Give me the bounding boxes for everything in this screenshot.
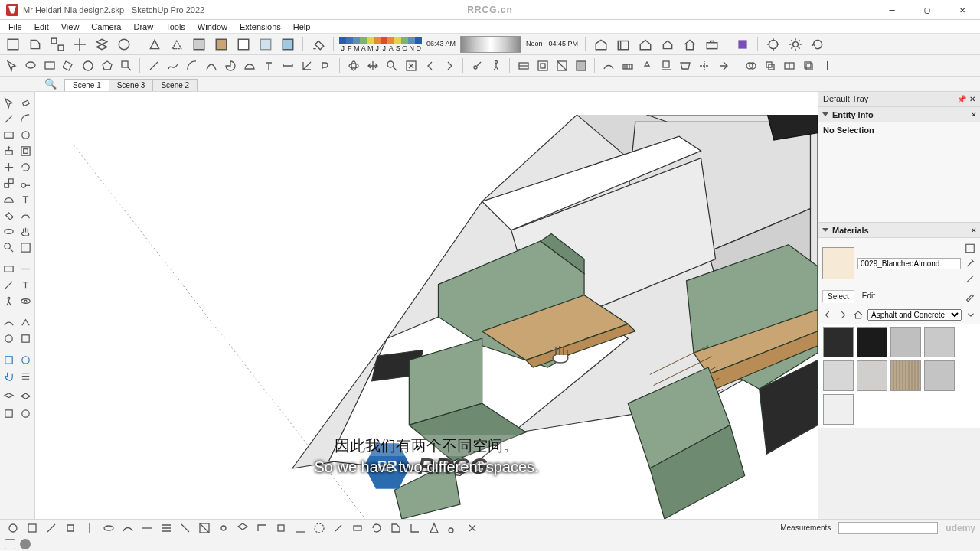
- material-thumb[interactable]: [890, 360, 921, 391]
- btm-tool-icon[interactable]: [196, 520, 212, 536]
- axes-tool-icon[interactable]: [2, 277, 17, 292]
- 3dtext-icon[interactable]: [318, 57, 334, 73]
- line-icon[interactable]: [145, 57, 162, 73]
- section-fill-icon[interactable]: [573, 57, 589, 73]
- freehand-icon[interactable]: [165, 57, 181, 73]
- menu-edit[interactable]: Edit: [29, 21, 54, 32]
- btm-tool-icon[interactable]: [426, 520, 442, 536]
- sandbox-contour-icon[interactable]: [600, 57, 616, 73]
- look-tool-icon[interactable]: [18, 293, 34, 308]
- scene-tab-2[interactable]: Scene 2: [152, 79, 198, 91]
- solid-trim-icon[interactable]: [781, 57, 797, 73]
- text-tool-icon[interactable]: [18, 191, 34, 207]
- explode-icon[interactable]: [70, 34, 89, 54]
- material-thumb[interactable]: [924, 327, 955, 357]
- user-status-icon[interactable]: [20, 539, 31, 549]
- sandbox-tool-a-icon[interactable]: [2, 315, 17, 330]
- btm-tool-icon[interactable]: [139, 520, 155, 536]
- arc-tool-icon[interactable]: [18, 111, 34, 126]
- material-default-icon[interactable]: [964, 272, 976, 285]
- btm-tool-icon[interactable]: [158, 520, 174, 536]
- zoom-extents-icon[interactable]: [403, 57, 419, 73]
- scene-search-icon[interactable]: 🔍: [44, 78, 57, 90]
- protractor-tool-icon[interactable]: [2, 191, 17, 207]
- btm-tool-icon[interactable]: [234, 520, 250, 536]
- measurements-input[interactable]: [838, 522, 938, 534]
- material-thumb[interactable]: [857, 327, 887, 357]
- style-wireframe-icon[interactable]: [145, 34, 164, 54]
- orbit-tool-icon[interactable]: [2, 223, 17, 239]
- pan-icon[interactable]: [364, 57, 381, 73]
- btm-tool-icon[interactable]: [464, 520, 480, 536]
- paint-tool-icon[interactable]: [2, 207, 17, 223]
- vray-icon[interactable]: [733, 34, 752, 54]
- materials-header[interactable]: Materials ✕: [818, 222, 980, 238]
- menu-window[interactable]: Window: [192, 21, 233, 32]
- style-backedges-icon[interactable]: [278, 34, 297, 54]
- material-thumb[interactable]: [823, 327, 854, 357]
- dimensions-icon[interactable]: [279, 57, 296, 73]
- sandbox-scratch-icon[interactable]: [619, 57, 635, 73]
- sandbox-tool-c-icon[interactable]: [2, 331, 17, 346]
- btm-tool-icon[interactable]: [273, 520, 289, 536]
- solid-intersect-icon[interactable]: [800, 57, 816, 73]
- material-thumb[interactable]: [857, 360, 887, 391]
- component-make-icon[interactable]: [25, 34, 44, 54]
- offset-tool-icon[interactable]: [18, 143, 34, 158]
- btm-tool-icon[interactable]: [81, 520, 97, 536]
- btm-tool-icon[interactable]: [330, 520, 346, 536]
- walk-icon[interactable]: [488, 57, 504, 73]
- tape-tool-icon[interactable]: [18, 175, 34, 191]
- rectangle-icon[interactable]: [41, 57, 57, 73]
- layer-tool-icon[interactable]: [2, 390, 17, 405]
- sun-icon[interactable]: [786, 34, 805, 54]
- menu-draw[interactable]: Draw: [128, 21, 158, 32]
- style-tool-icon[interactable]: [18, 406, 34, 421]
- select-icon[interactable]: [3, 57, 19, 73]
- material-edit-tab[interactable]: Edit: [858, 290, 880, 303]
- zoom-tool-icon[interactable]: [2, 240, 17, 255]
- material-thumb[interactable]: [890, 327, 921, 357]
- toolbox-icon[interactable]: [702, 34, 721, 54]
- follow-tool-icon[interactable]: [18, 207, 34, 223]
- btm-tool-icon[interactable]: [5, 520, 21, 536]
- btm-tool-icon[interactable]: [253, 520, 270, 536]
- pushpull-tool-icon[interactable]: [2, 143, 17, 158]
- material-library-select[interactable]: Asphalt and Concrete: [867, 309, 962, 321]
- orbit-icon[interactable]: [345, 57, 361, 73]
- material-thumb[interactable]: [924, 360, 955, 391]
- btm-tool-icon[interactable]: [368, 520, 384, 536]
- scene-tool-icon[interactable]: [2, 406, 17, 421]
- material-swatch[interactable]: [822, 247, 854, 279]
- solid-subtract-icon[interactable]: [762, 57, 778, 73]
- scale-tool-icon[interactable]: [2, 175, 17, 191]
- outliner-tool-icon[interactable]: [18, 368, 34, 383]
- text-icon[interactable]: [260, 57, 276, 73]
- material-menu-icon[interactable]: [965, 308, 977, 321]
- btm-tool-icon[interactable]: [100, 520, 116, 536]
- minimize-button[interactable]: —: [874, 0, 910, 20]
- style-shaded-texture-icon[interactable]: [211, 34, 230, 54]
- 3d-viewport[interactable]: RR RRCG 因此我们有两个不同空间。 So we have two diff…: [35, 92, 818, 519]
- style-xray-icon[interactable]: [256, 34, 275, 54]
- geo-location-icon[interactable]: [763, 34, 782, 54]
- tag-tool-icon[interactable]: [18, 390, 34, 405]
- warehouse-icon[interactable]: [591, 34, 610, 54]
- scene-tab-1[interactable]: Scene 1: [64, 79, 109, 91]
- geo-status-icon[interactable]: [5, 539, 15, 549]
- sandbox-drape-icon[interactable]: [677, 57, 693, 73]
- zoom-window-icon[interactable]: [118, 57, 134, 73]
- btm-tool-icon[interactable]: [177, 520, 193, 536]
- entity-info-close-icon[interactable]: ✕: [971, 109, 976, 119]
- 3dtext-tool-icon[interactable]: [18, 277, 34, 292]
- sandbox-flip-icon[interactable]: [715, 57, 731, 73]
- tray-close-icon[interactable]: ✕: [969, 95, 975, 103]
- dyn-options-tool-icon[interactable]: [18, 352, 34, 367]
- isolate-icon[interactable]: [114, 34, 133, 54]
- pie-icon[interactable]: [222, 57, 238, 73]
- btm-tool-icon[interactable]: [292, 520, 308, 536]
- menu-tools[interactable]: Tools: [160, 21, 191, 32]
- dimension-tool-icon[interactable]: [18, 261, 34, 276]
- material-thumb[interactable]: [823, 360, 854, 391]
- material-fwd-icon[interactable]: [837, 308, 849, 321]
